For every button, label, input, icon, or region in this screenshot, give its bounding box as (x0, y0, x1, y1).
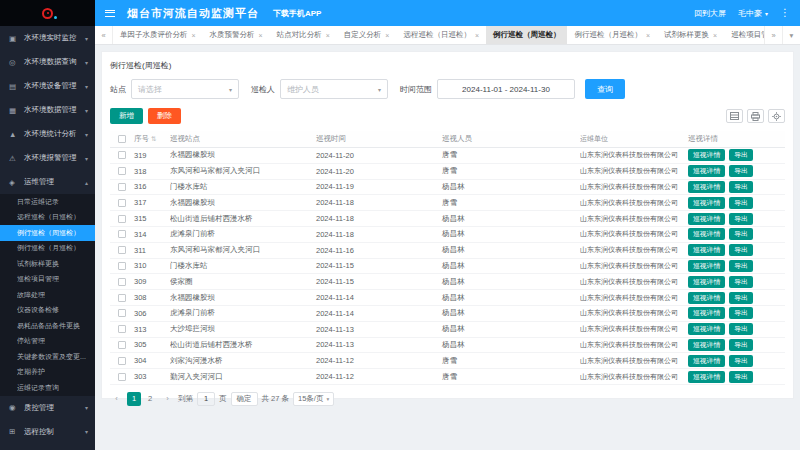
back-to-dashboard-link[interactable]: 回到大屏 (694, 8, 726, 19)
export-button[interactable]: 导出 (729, 165, 753, 177)
inspection-detail-button[interactable]: 巡视详情 (688, 149, 725, 161)
row-checkbox[interactable] (118, 278, 126, 286)
export-button[interactable]: 导出 (729, 149, 753, 161)
inspection-detail-button[interactable]: 巡视详情 (688, 292, 725, 304)
download-app-link[interactable]: 下载手机APP (273, 8, 321, 19)
inspection-detail-button[interactable]: 巡视详情 (688, 260, 725, 272)
export-button[interactable]: 导出 (729, 371, 753, 383)
tab[interactable]: 试剂标样更换 × (657, 26, 724, 44)
close-tab-icon[interactable]: × (192, 32, 196, 39)
hamburger-menu-icon[interactable] (105, 10, 115, 17)
export-button[interactable]: 导出 (729, 244, 753, 256)
daterange-input[interactable]: 2024-11-01 - 2024-11-30 (437, 79, 575, 99)
export-button[interactable]: 导出 (729, 355, 753, 367)
sidebar-item[interactable]: ▦ 水环境数据管理 ▾ (0, 98, 95, 122)
tabs-scroll-left-icon[interactable]: « (95, 26, 113, 44)
sidebar-subitem[interactable]: 例行巡检（周巡检） (0, 225, 95, 241)
sidebar-subitem[interactable]: 巡检项目管理 (0, 272, 95, 288)
export-button[interactable]: 导出 (729, 260, 753, 272)
export-button[interactable]: 导出 (729, 228, 753, 240)
page-number[interactable]: 2 (143, 392, 157, 406)
row-checkbox[interactable] (118, 215, 126, 223)
export-button[interactable]: 导出 (729, 292, 753, 304)
sidebar-subitem[interactable]: 关键参数设置及变更... (0, 349, 95, 365)
close-tab-icon[interactable]: × (646, 32, 650, 39)
inspection-detail-button[interactable]: 巡视详情 (688, 339, 725, 351)
row-checkbox[interactable] (118, 357, 126, 365)
prev-page-icon[interactable]: ‹ (110, 392, 123, 406)
row-checkbox[interactable] (118, 151, 126, 159)
goto-confirm-button[interactable]: 确定 (231, 392, 258, 406)
inspection-detail-button[interactable]: 巡视详情 (688, 323, 725, 335)
inspector-select[interactable]: 维护人员 ▾ (280, 79, 388, 99)
inspection-detail-button[interactable]: 巡视详情 (688, 244, 725, 256)
tab[interactable]: 远程巡检（日巡检） × (396, 26, 486, 44)
row-checkbox[interactable] (118, 246, 126, 254)
sidebar-subitem[interactable]: 例行巡检（月巡检） (0, 241, 95, 257)
inspection-detail-button[interactable]: 巡视详情 (688, 165, 725, 177)
inspection-detail-button[interactable]: 巡视详情 (688, 228, 725, 240)
page-size-select[interactable]: 15条/页 ▾ (293, 392, 334, 406)
row-checkbox[interactable] (118, 341, 126, 349)
row-checkbox[interactable] (118, 373, 126, 381)
close-tab-icon[interactable]: × (475, 32, 479, 39)
sidebar-item[interactable]: ▤ 水环境设备管理 ▾ (0, 74, 95, 98)
tab[interactable]: 站点对比分析 × (270, 26, 337, 44)
sidebar-subitem[interactable]: 试剂标样更换 (0, 256, 95, 272)
inspection-detail-button[interactable]: 巡视详情 (688, 355, 725, 367)
inspection-detail-button[interactable]: 巡视详情 (688, 371, 725, 383)
sidebar-subitem[interactable]: 故障处理 (0, 287, 95, 303)
export-button[interactable]: 导出 (729, 323, 753, 335)
sort-icon[interactable]: ⇅ (151, 135, 156, 143)
sidebar-item[interactable]: ▲ 水环境统计分析 ▾ (0, 122, 95, 146)
close-tab-icon[interactable]: × (713, 32, 717, 39)
row-checkbox[interactable] (118, 262, 126, 270)
sidebar-subitem[interactable]: 仪器设备检修 (0, 303, 95, 319)
kebab-menu-icon[interactable]: ⋮ (780, 8, 790, 18)
user-menu[interactable]: 毛中豪 ▾ (738, 8, 768, 19)
row-checkbox[interactable] (118, 294, 126, 302)
add-button[interactable]: 新增 (110, 108, 143, 124)
sidebar-item[interactable]: ▣ 水环境实时监控 ▾ (0, 26, 95, 50)
tab[interactable]: 自定义分析 × (337, 26, 397, 44)
print-icon[interactable] (747, 109, 764, 123)
sidebar-subitem[interactable]: 定期养护 (0, 365, 95, 381)
sidebar-subitem[interactable]: 停站管理 (0, 334, 95, 350)
tab[interactable]: 巡检项目管理 × (724, 26, 764, 44)
tab[interactable]: 例行巡检（周巡检） × (486, 26, 568, 44)
query-button[interactable]: 查询 (585, 79, 625, 99)
sidebar-subitem[interactable]: 易耗品备品备件更换 (0, 318, 95, 334)
sidebar-subitem[interactable]: 远程巡检（日巡检） (0, 210, 95, 226)
sidebar-subitem[interactable]: 运维记录查询 (0, 380, 95, 396)
sidebar-item[interactable]: ◎ 水环境数据查询 ▾ (0, 50, 95, 74)
sidebar-item[interactable]: ⚠ 水环境报警管理 ▾ (0, 146, 95, 170)
export-button[interactable]: 导出 (729, 339, 753, 351)
row-checkbox[interactable] (118, 199, 126, 207)
row-checkbox[interactable] (118, 325, 126, 333)
sidebar-subitem[interactable]: 日常运维记录 (0, 194, 95, 210)
tab[interactable]: 水质预警分析 × (203, 26, 270, 44)
inspection-detail-button[interactable]: 巡视详情 (688, 213, 725, 225)
select-all-checkbox[interactable] (118, 135, 126, 143)
inspection-detail-button[interactable]: 巡视详情 (688, 276, 725, 288)
station-select[interactable]: 请选择 ▾ (131, 79, 239, 99)
export-button[interactable]: 导出 (729, 197, 753, 209)
row-checkbox[interactable] (118, 167, 126, 175)
tabs-collapse-icon[interactable]: ▾ (782, 26, 800, 44)
export-button[interactable]: 导出 (729, 276, 753, 288)
close-tab-icon[interactable]: × (326, 32, 330, 39)
tab[interactable]: 例行巡检（月巡检） × (567, 26, 657, 44)
table-density-icon[interactable] (726, 109, 743, 123)
goto-page-input[interactable]: 1 (197, 392, 215, 406)
close-tab-icon[interactable]: × (259, 32, 263, 39)
row-checkbox[interactable] (118, 309, 126, 317)
tabs-scroll-right-icon[interactable]: » (764, 26, 782, 44)
export-button[interactable]: 导出 (729, 307, 753, 319)
tab[interactable]: 单因子水质评价分析 × (113, 26, 203, 44)
export-button[interactable]: 导出 (729, 213, 753, 225)
row-checkbox[interactable] (118, 183, 126, 191)
row-checkbox[interactable] (118, 230, 126, 238)
export-button[interactable]: 导出 (729, 181, 753, 193)
settings-gear-icon[interactable] (768, 109, 785, 123)
sidebar-item[interactable]: ⊞ 远程控制 ▾ (0, 420, 95, 444)
